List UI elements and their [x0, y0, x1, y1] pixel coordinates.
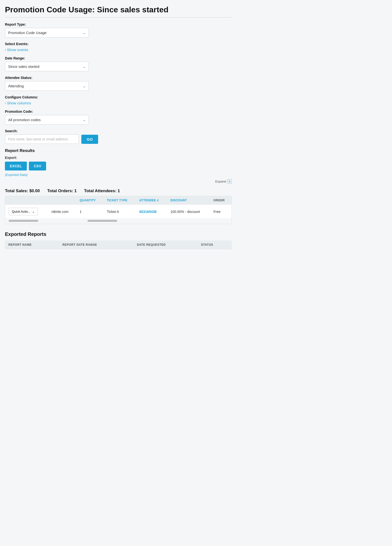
promotion-code-select-wrapper: All promotion codes ⌄: [5, 115, 89, 125]
results-table: QUANTITY TICKET TYPE ATTENDEE # DISCOUNT…: [5, 196, 232, 218]
report-results-section: Report Results Export: EXCEL CSV (Export…: [5, 148, 232, 224]
attendee-num-cell: 603165438: [136, 205, 167, 219]
expand-area: Expand ⧉: [5, 179, 232, 184]
report-type-label: Report Type:: [5, 22, 232, 26]
report-results-title: Report Results: [5, 148, 232, 153]
exported-reports-section: Exported Reports REPORT NAME REPORT DATE…: [5, 231, 232, 249]
col-discount[interactable]: DISCOUNT: [167, 196, 210, 205]
show-events-link[interactable]: › Show events: [5, 48, 28, 52]
date-range-select-wrapper: Since sales started ⌄: [5, 62, 89, 71]
attendee-status-select-wrapper: Attending ⌄: [5, 81, 89, 91]
configure-columns-label: Configure Columns:: [5, 95, 232, 99]
show-events-text: Show events: [7, 48, 28, 52]
email-cell: ntbrite.com: [48, 205, 76, 219]
col-ticket-type[interactable]: TICKET TYPE: [103, 196, 136, 205]
results-table-container: QUANTITY TICKET TYPE ATTENDEE # DISCOUNT…: [5, 196, 232, 224]
title-divider: [5, 17, 232, 18]
search-label: Search:: [5, 129, 232, 133]
col-quantity[interactable]: QUANTITY: [76, 196, 103, 205]
ticket-type-cell: Ticket A: [103, 205, 136, 219]
go-button[interactable]: GO: [81, 135, 98, 144]
discount-cell: 100.00% - discount: [167, 205, 210, 219]
show-columns-text: Show columns: [7, 101, 31, 105]
col-report-date-range[interactable]: REPORT DATE RANGE: [59, 241, 133, 249]
report-type-select[interactable]: Promotion Code Usage: [5, 28, 89, 38]
quick-action-button[interactable]: Quick Actio... ⌄: [9, 208, 38, 215]
col-empty: [5, 196, 48, 205]
promotion-code-section: Promotion Code: All promotion codes ⌄: [5, 110, 232, 125]
page-title: Promotion Code Usage: Since sales starte…: [5, 5, 232, 14]
order-cell: Free: [210, 205, 232, 219]
exported-reports-header-row: REPORT NAME REPORT DATE RANGE DATE REQUE…: [5, 241, 232, 249]
attendee-status-label: Attendee Status:: [5, 76, 232, 80]
scrollbar-thumb-right: [88, 220, 117, 222]
col-date-requested[interactable]: DATE REQUESTED: [133, 241, 197, 249]
horizontal-scrollbar[interactable]: [5, 218, 232, 224]
export-buttons: EXCEL CSV: [5, 162, 232, 170]
search-section: Search: GO: [5, 129, 232, 144]
total-sales: Total Sales: $0.00: [5, 188, 40, 193]
exported-reports-table: REPORT NAME REPORT DATE RANGE DATE REQUE…: [5, 241, 232, 249]
chevron-right-columns-icon: ›: [5, 101, 6, 105]
expand-icon: ⧉: [227, 179, 232, 184]
attendee-status-select[interactable]: Attending: [5, 81, 89, 91]
date-range-label: Date Range:: [5, 56, 232, 60]
col-order[interactable]: ORDER: [210, 196, 232, 205]
expand-text: Expand: [215, 180, 226, 183]
quantity-cell: 1: [76, 205, 103, 219]
show-columns-link[interactable]: › Show columns: [5, 101, 31, 105]
search-row: GO: [5, 134, 232, 144]
col-attendee-num[interactable]: ATTENDEE #: [136, 196, 167, 205]
select-events-label: Select Events:: [5, 42, 232, 46]
chevron-right-icon: ›: [5, 48, 6, 52]
exported-data-link[interactable]: (Exported Data): [5, 173, 28, 177]
attendee-link[interactable]: 603165438: [139, 210, 157, 214]
export-label: Export:: [5, 156, 232, 160]
report-type-select-wrapper: Promotion Code Usage ⌄: [5, 28, 89, 38]
csv-button[interactable]: CSV: [29, 162, 46, 170]
configure-columns-section: Configure Columns: › Show columns: [5, 95, 232, 105]
quick-action-chevron-icon: ⌄: [32, 210, 35, 213]
table-header-row: QUANTITY TICKET TYPE ATTENDEE # DISCOUNT…: [5, 196, 232, 205]
select-events-section: Select Events: › Show events: [5, 42, 232, 52]
date-range-section: Date Range: Since sales started ⌄: [5, 56, 232, 71]
expand-button[interactable]: Expand ⧉: [215, 179, 232, 184]
total-orders: Total Orders: 1: [47, 188, 77, 193]
table-row: Quick Actio... ⌄ ntbrite.com 1 Ticket A …: [5, 205, 232, 219]
quick-action-text: Quick Actio...: [12, 210, 31, 213]
quick-action-cell: Quick Actio... ⌄: [5, 205, 48, 219]
exported-reports-title: Exported Reports: [5, 231, 232, 237]
date-range-select[interactable]: Since sales started: [5, 62, 89, 71]
promotion-code-select[interactable]: All promotion codes: [5, 115, 89, 125]
excel-button[interactable]: EXCEL: [5, 162, 27, 170]
total-attendees: Total Attendees: 1: [84, 188, 120, 193]
promotion-code-label: Promotion Code:: [5, 110, 232, 113]
report-type-section: Report Type: Promotion Code Usage ⌄: [5, 22, 232, 38]
col-status[interactable]: STATUS: [197, 241, 232, 249]
col-email: [48, 196, 76, 205]
attendee-status-section: Attendee Status: Attending ⌄: [5, 76, 232, 91]
search-input[interactable]: [5, 134, 79, 144]
col-report-name[interactable]: REPORT NAME: [5, 241, 59, 249]
totals-row: Total Sales: $0.00 Total Orders: 1 Total…: [5, 185, 232, 196]
scrollbar-thumb-left: [9, 220, 38, 222]
exported-data-wrapper: (Exported Data): [5, 172, 232, 177]
